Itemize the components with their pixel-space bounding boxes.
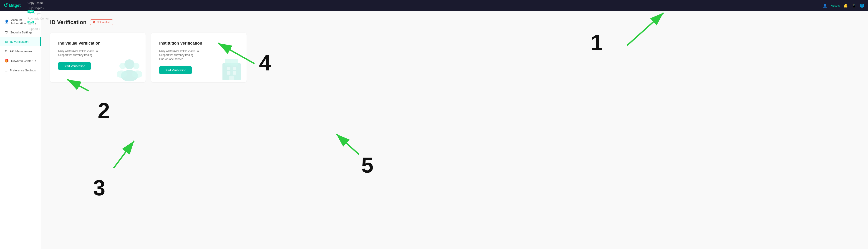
not-verified-label: Not verified xyxy=(97,21,111,24)
nav-label: Buy Crypto xyxy=(28,6,42,10)
card-content-individual: Individual VerificationDaily withdrawal … xyxy=(58,41,100,70)
card-illustration-institution xyxy=(220,56,243,82)
badge-new: NEW xyxy=(28,10,34,13)
navbar-right: 👤 Assets 🔔 📱 🌐 xyxy=(823,3,864,8)
user-icon[interactable]: 👤 xyxy=(823,3,827,8)
chevron-down-icon: ▾ xyxy=(35,23,36,25)
nav-items: HOTFutures▾SpotHOTStrategic Trading▾Mark… xyxy=(25,0,54,32)
sidebar-item-rewards-center[interactable]: 🎁Rewards Center▾ xyxy=(0,56,41,65)
svg-rect-10 xyxy=(227,71,230,74)
sidebar-label-rewards-center: Rewards Center xyxy=(11,59,33,63)
assets-button[interactable]: Assets xyxy=(831,4,840,7)
svg-rect-11 xyxy=(233,71,236,74)
sidebar: 👤Account Information🛡Security Settings🖥I… xyxy=(0,11,41,249)
logo-icon: ↺ xyxy=(4,2,8,8)
navbar: ↺ Bitget HOTFutures▾SpotHOTStrategic Tra… xyxy=(0,0,868,11)
chevron-down-icon: ▾ xyxy=(43,7,44,9)
sidebar-label-id-verification: ID Verification xyxy=(10,40,28,43)
sidebar-item-preference-settings[interactable]: ☰Preference Settings xyxy=(0,65,41,75)
nav-item-copy-trade[interactable]: Copy Trade xyxy=(25,0,54,5)
svg-rect-7 xyxy=(225,59,238,65)
rewards-center-icon: 🎁 xyxy=(5,59,9,63)
card-feature: One-on-one service xyxy=(159,58,202,61)
start-verification-button-individual[interactable]: Start Verification xyxy=(58,62,91,70)
start-verification-button-institution[interactable]: Start Verification xyxy=(159,66,192,74)
verify-card-individual: Individual VerificationDaily withdrawal … xyxy=(50,33,146,82)
nav-item-buy-crypto[interactable]: Buy Crypto▾ xyxy=(25,5,54,11)
nav-item-launchpad[interactable]: NEWLaunchpad xyxy=(25,11,54,16)
card-illustration-individual xyxy=(117,56,142,82)
svg-point-2 xyxy=(119,63,126,69)
svg-rect-9 xyxy=(233,67,236,70)
bell-icon[interactable]: 🔔 xyxy=(843,3,848,8)
nav-item-more[interactable]: NEWMore▾ xyxy=(25,21,54,26)
globe-icon[interactable]: 🌐 xyxy=(860,3,864,8)
svg-rect-12 xyxy=(229,76,234,80)
badge-new: NEW xyxy=(28,21,34,24)
card-content-institution: Institution VerificationDaily withdrawal… xyxy=(159,41,202,74)
sidebar-label-api-management: API Management xyxy=(10,50,33,53)
sidebar-item-api-management[interactable]: ⚙API Management xyxy=(0,46,41,56)
not-verified-badge: ✖ Not verified xyxy=(90,19,113,25)
phone-icon[interactable]: 📱 xyxy=(851,3,856,8)
card-title-institution: Institution Verification xyxy=(159,41,202,46)
sidebar-label-preference-settings: Preference Settings xyxy=(10,69,36,72)
page-title: ID Verification xyxy=(50,19,87,26)
chevron-down-icon: ▾ xyxy=(39,28,40,30)
svg-point-0 xyxy=(124,59,134,69)
logo-text: Bitget xyxy=(9,3,21,8)
nav-label: Support xyxy=(28,27,38,31)
nav-label: Rewards Center xyxy=(28,17,49,20)
sidebar-item-id-verification[interactable]: 🖥ID Verification xyxy=(0,37,41,46)
card-feature: Support fiat currency trading xyxy=(58,54,100,57)
logo[interactable]: ↺ Bitget xyxy=(4,2,21,8)
nav-item-support[interactable]: Support▾ xyxy=(25,26,54,32)
card-title-individual: Individual Verification xyxy=(58,41,100,46)
main-content: ID Verification ✖ Not verified Individua… xyxy=(41,11,868,249)
id-verification-icon: 🖥 xyxy=(5,40,8,44)
verification-cards: Individual VerificationDaily withdrawal … xyxy=(50,33,859,82)
expand-icon: ▾ xyxy=(35,59,36,62)
not-verified-icon: ✖ xyxy=(93,21,95,24)
preference-settings-icon: ☰ xyxy=(5,68,7,72)
api-management-icon: ⚙ xyxy=(5,49,7,53)
security-settings-icon: 🛡 xyxy=(5,30,8,34)
svg-rect-8 xyxy=(227,67,230,70)
svg-point-4 xyxy=(133,63,140,69)
card-feature: Daily withdrawal limit is 200 BTC xyxy=(58,49,100,53)
main-layout: 👤Account Information🛡Security Settings🖥I… xyxy=(0,11,868,249)
card-features-institution: Daily withdrawal limit is 200 BTCSupport… xyxy=(159,49,202,61)
card-feature: Daily withdrawal limit is 200 BTC xyxy=(159,49,202,53)
page-header: ID Verification ✖ Not verified xyxy=(50,19,859,26)
nav-label: Copy Trade xyxy=(28,1,43,4)
verify-card-institution: Institution VerificationDaily withdrawal… xyxy=(151,33,247,82)
nav-item-rewards-center[interactable]: Rewards Center xyxy=(25,16,54,21)
account-info-icon: 👤 xyxy=(5,20,9,24)
card-feature: Support fiat currency trading xyxy=(159,54,202,57)
card-features-individual: Daily withdrawal limit is 200 BTCSupport… xyxy=(58,49,100,57)
